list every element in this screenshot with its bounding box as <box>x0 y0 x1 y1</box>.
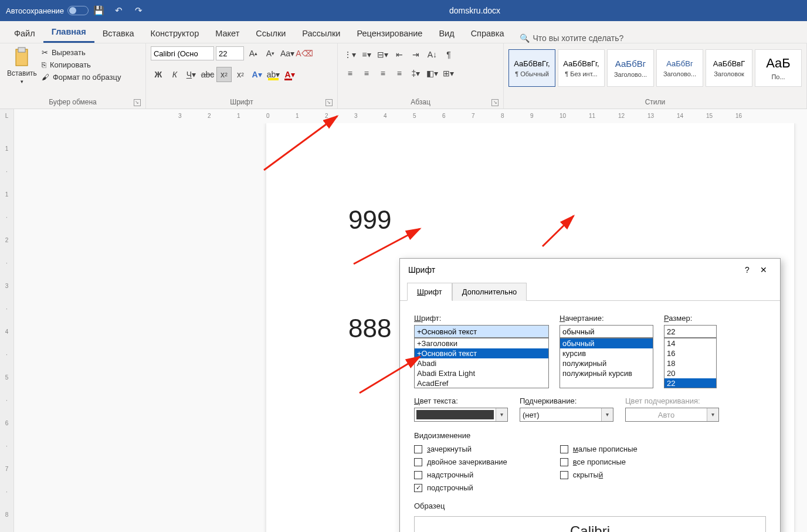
style-title[interactable]: АаБбВвГЗаголовок <box>706 49 752 87</box>
indent-inc-button[interactable]: ⇥ <box>408 47 423 62</box>
scissors-icon: ✂ <box>42 48 48 57</box>
align-center-button[interactable]: ≡ <box>359 66 374 81</box>
tab-insert[interactable]: Вставка <box>94 23 143 43</box>
tab-mailings[interactable]: Рассылки <box>294 23 348 43</box>
list-item[interactable]: обычный <box>560 338 653 348</box>
chk-strike[interactable]: зачеркнутый <box>414 445 507 453</box>
clear-format-button[interactable]: A⌫ <box>297 46 312 61</box>
borders-button[interactable]: ⊞▾ <box>441 66 456 81</box>
tab-view[interactable]: Вид <box>430 23 462 43</box>
list-item[interactable]: +Заголовки <box>415 338 548 348</box>
list-item[interactable]: полужирный <box>560 358 653 368</box>
italic-button[interactable]: К <box>167 67 182 82</box>
tab-help[interactable]: Справка <box>463 23 513 43</box>
font-name-combo[interactable] <box>151 46 214 60</box>
list-item[interactable]: Abadi Extra Light <box>415 368 548 378</box>
tab-file[interactable]: Файл <box>6 23 43 43</box>
paragraph-launcher-icon[interactable]: ↘ <box>491 99 499 106</box>
undo-icon[interactable]: ↶ <box>108 0 128 21</box>
style-nospace[interactable]: АаБбВвГг,¶ Без инт... <box>558 49 605 87</box>
tab-design[interactable]: Конструктор <box>143 23 208 43</box>
grow-font-button[interactable]: A▴ <box>246 46 261 61</box>
highlight-button[interactable]: ab▾ <box>266 67 281 82</box>
superscript-button[interactable]: x2 <box>233 67 248 82</box>
chk-smallcaps[interactable]: малые прописные <box>560 445 638 453</box>
style-heading1[interactable]: АаБбВгЗаголово... <box>607 49 654 87</box>
underline-button[interactable]: Ч▾ <box>184 67 199 82</box>
numbering-button[interactable]: ≡▾ <box>359 47 374 62</box>
justify-button[interactable]: ≡ <box>392 66 407 81</box>
list-item[interactable]: +Основной текст <box>415 348 548 358</box>
align-right-button[interactable]: ≡ <box>375 66 391 81</box>
list-item[interactable]: Abadi <box>415 358 548 368</box>
tab-references[interactable]: Ссылки <box>247 23 294 43</box>
dialog-tab-font[interactable]: Шрифт <box>407 283 452 301</box>
size-listbox[interactable]: 14 16 18 20 22 <box>664 338 717 388</box>
redo-icon[interactable]: ↷ <box>128 0 148 21</box>
list-item[interactable]: AcadEref <box>415 378 548 388</box>
style-heading2[interactable]: АаБбВгЗаголово... <box>656 49 703 87</box>
bullets-button[interactable]: ⋮▾ <box>343 47 358 62</box>
list-item[interactable]: 14 <box>664 338 716 348</box>
font-listbox[interactable]: +Заголовки +Основной текст Abadi Abadi E… <box>414 338 549 388</box>
close-button[interactable]: ✕ <box>755 265 772 275</box>
underline-color-combo: Авто▾ <box>625 408 719 422</box>
font-color-combo[interactable]: ▾ <box>414 408 508 422</box>
list-item[interactable]: полужирный курсив <box>560 368 653 378</box>
chk-hidden[interactable]: скрытый <box>560 470 638 479</box>
list-item[interactable]: 18 <box>664 358 716 368</box>
dialog-tab-advanced[interactable]: Дополнительно <box>452 283 527 301</box>
change-case-button[interactable]: Aa▾ <box>280 46 295 61</box>
font-launcher-icon[interactable]: ↘ <box>325 99 333 106</box>
font-size-combo[interactable] <box>216 46 244 60</box>
clipboard-launcher-icon[interactable]: ↘ <box>134 99 141 106</box>
text-effects-button[interactable]: A▾ <box>249 67 265 82</box>
chk-allcaps[interactable]: все прописные <box>560 458 638 466</box>
ruler-h-scale[interactable]: 321012345678910111213141516 <box>14 109 807 123</box>
list-item[interactable]: 16 <box>664 348 716 358</box>
multilevel-button[interactable]: ⊟▾ <box>375 47 391 62</box>
help-button[interactable]: ? <box>739 265 755 275</box>
subscript-button[interactable]: x2 <box>216 67 232 82</box>
bold-button[interactable]: Ж <box>151 67 166 82</box>
tab-review[interactable]: Рецензирование <box>348 23 430 43</box>
preview-label: Образец <box>414 501 766 510</box>
list-item[interactable]: курсив <box>560 348 653 358</box>
chevron-down-icon: ▾ <box>21 79 23 84</box>
size-input[interactable] <box>664 325 717 338</box>
tab-home[interactable]: Главная <box>43 21 94 43</box>
autosave-toggle[interactable]: Автосохранение <box>6 6 89 15</box>
show-marks-button[interactable]: ¶ <box>441 47 456 62</box>
chk-subscript[interactable]: ✓подстрочный <box>414 483 507 492</box>
style-listbox[interactable]: обычный курсив полужирный полужирный кур… <box>560 338 653 388</box>
style-input[interactable] <box>560 325 653 338</box>
chk-superscript[interactable]: надстрочный <box>414 470 507 479</box>
style-normal[interactable]: АаБбВвГг,¶ Обычный <box>508 49 555 87</box>
doc-text-2[interactable]: 888 <box>348 314 391 343</box>
chevron-down-icon: ▾ <box>496 408 507 421</box>
doc-text-1[interactable]: 999 <box>348 205 391 235</box>
indent-dec-button[interactable]: ⇤ <box>392 47 407 62</box>
tell-me-search[interactable]: 🔍 Что вы хотите сделать? <box>520 33 624 43</box>
format-painter-button[interactable]: 🖌Формат по образцу <box>42 73 121 82</box>
list-item[interactable]: 22 <box>664 378 716 388</box>
underline-combo[interactable]: (нет)▾ <box>520 408 613 422</box>
tab-layout[interactable]: Макет <box>207 23 247 43</box>
font-input[interactable] <box>414 325 549 338</box>
font-color-button[interactable]: А▾ <box>282 67 297 82</box>
align-left-button[interactable]: ≡ <box>343 66 358 81</box>
style-subtitle[interactable]: АаБПо... <box>755 49 802 87</box>
list-item[interactable]: 20 <box>664 368 716 378</box>
line-spacing-button[interactable]: ‡▾ <box>408 66 423 81</box>
shading-button[interactable]: ◧▾ <box>425 66 440 81</box>
ruler-vertical[interactable]: 1·1·2·3·4·5·6·7·8·9·10·11·12 <box>0 123 14 532</box>
strike-button[interactable]: abc <box>200 67 215 82</box>
copy-button[interactable]: ⎘Копировать <box>42 60 121 69</box>
sort-button[interactable]: A↓ <box>425 47 440 62</box>
paste-button[interactable]: Вставить ▾ <box>5 46 39 86</box>
shrink-font-button[interactable]: A▾ <box>263 46 278 61</box>
save-icon[interactable]: 💾 <box>89 0 108 21</box>
cut-button[interactable]: ✂Вырезать <box>42 48 121 57</box>
styles-gallery[interactable]: АаБбВвГг,¶ Обычный АаБбВвГг,¶ Без инт...… <box>508 46 802 87</box>
chk-double-strike[interactable]: двойное зачеркивание <box>414 458 507 466</box>
